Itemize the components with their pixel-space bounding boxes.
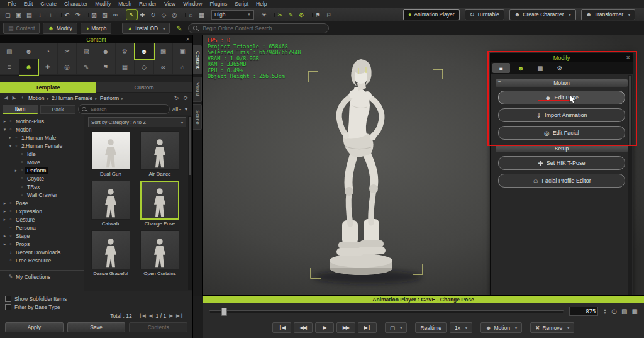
- frame-stepper[interactable]: ▲▼: [603, 308, 606, 314]
- nav-up-icon[interactable]: ↑: [19, 95, 26, 101]
- tree-expand-icon[interactable]: ▸: [2, 209, 8, 214]
- copy-icon[interactable]: ▨: [89, 10, 99, 20]
- grid-toggle-icon[interactable]: ▦: [196, 10, 207, 20]
- edit-facial-button[interactable]: ◎ Edit Facial: [498, 126, 625, 140]
- sort-dropdown[interactable]: Sort by Category : A to Z ▾: [88, 117, 186, 127]
- cat-gadget-icon[interactable]: ⚙: [116, 43, 135, 59]
- edit-pose-button[interactable]: ☻ Edit Pose: [498, 91, 625, 104]
- refresh-icon[interactable]: ↻: [172, 95, 180, 101]
- library-search-box[interactable]: [78, 104, 170, 114]
- layers-icon[interactable]: ▦: [632, 308, 638, 315]
- cat-texture-icon[interactable]: ▦: [116, 59, 135, 75]
- modify-tab-advanced[interactable]: ⚙: [551, 63, 569, 73]
- content-thumbnail[interactable]: Dual Gun: [88, 131, 133, 177]
- tab-item[interactable]: Item: [3, 105, 38, 114]
- collapse-icon[interactable]: −: [498, 79, 501, 84]
- filter-base-checkbox[interactable]: [5, 304, 11, 310]
- tree-item[interactable]: ▫ Wall Crawler: [0, 191, 84, 199]
- cat-face-icon[interactable]: ◎: [58, 59, 77, 75]
- tree-item[interactable]: ▸ ▫ 1.Human Male: [0, 133, 84, 142]
- cat-hair-icon[interactable]: ✂: [58, 43, 77, 59]
- tree-item[interactable]: ▸ ▫ Perform: [0, 166, 84, 174]
- realtime-button[interactable]: Realtime: [415, 322, 447, 333]
- filter-funnel-icon[interactable]: ▼: [184, 106, 189, 112]
- tree-expand-icon[interactable]: ▸: [13, 168, 19, 173]
- save-button[interactable]: Save: [67, 322, 126, 332]
- flag-outline-icon[interactable]: ⚐: [323, 10, 334, 20]
- cat-scene-icon[interactable]: ▣: [173, 43, 192, 59]
- menu-item[interactable]: Mesh: [114, 0, 135, 8]
- tree-item[interactable]: ▫ Move: [0, 158, 84, 166]
- tree-item[interactable]: ▸ ▫ Motion-Plus: [0, 117, 84, 125]
- cat-hand-icon[interactable]: ✎: [77, 59, 96, 75]
- online-search-box[interactable]: [188, 23, 329, 33]
- track-list-icon[interactable]: ▤: [621, 308, 627, 315]
- tree-item[interactable]: ▸ ▫ Props: [0, 240, 84, 248]
- thumbnail-scrollbar[interactable]: [188, 116, 192, 290]
- remove-dropdown[interactable]: ✖ Remove: [530, 322, 574, 333]
- select-tool-icon[interactable]: ↖: [126, 10, 137, 20]
- close-icon[interactable]: ✕: [626, 54, 630, 62]
- cat-avatar-icon[interactable]: ☻: [19, 43, 39, 59]
- create-character-button[interactable]: ☻ Create Character: [509, 9, 576, 20]
- rotate-tool-icon[interactable]: ↻: [148, 10, 158, 20]
- breadcrumb-item[interactable]: Perform: [99, 95, 125, 101]
- tree-item[interactable]: ▫ Coyote: [0, 174, 84, 183]
- paste-icon[interactable]: ▧: [99, 10, 110, 20]
- paint-brush-icon[interactable]: ✎: [176, 25, 182, 33]
- tree-item[interactable]: ▫ Free Resource: [0, 256, 84, 264]
- speed-dropdown[interactable]: 1x: [450, 322, 472, 333]
- redo-icon[interactable]: ↷: [72, 10, 83, 20]
- cat-motion-icon[interactable]: ☻: [19, 59, 39, 75]
- cat-head-icon[interactable]: ◔: [38, 43, 58, 59]
- cat-actor-icon[interactable]: ☻: [135, 43, 154, 59]
- tab-template[interactable]: Template: [0, 82, 96, 93]
- motion-dropdown[interactable]: ☻ Motion: [480, 322, 522, 333]
- tree-item[interactable]: ▾ ▫ Motion: [0, 125, 84, 133]
- dock-tab[interactable]: Visual: [193, 77, 202, 102]
- nav-back-icon[interactable]: ◀: [3, 95, 9, 101]
- edit-mesh-icon[interactable]: ✂: [275, 10, 286, 20]
- cat-effect-icon[interactable]: ⚑: [96, 59, 116, 75]
- breadcrumb-item[interactable]: Motion: [27, 95, 50, 101]
- menu-item[interactable]: Script: [231, 0, 252, 8]
- menu-item[interactable]: Edit: [20, 0, 37, 8]
- breadcrumb-item[interactable]: 2.Human Female: [50, 95, 99, 101]
- mode-morph-button[interactable]: ◑ Morph: [80, 23, 112, 34]
- tree-item[interactable]: ▸ ▫ Gesture: [0, 215, 84, 223]
- motion-section-header[interactable]: − Motion: [496, 79, 628, 87]
- tree-item[interactable]: ▫ Persona: [0, 223, 84, 232]
- close-icon[interactable]: ✕: [186, 35, 190, 43]
- undo-icon[interactable]: ↶: [62, 10, 72, 20]
- tab-pack[interactable]: Pack: [40, 105, 75, 114]
- next-frame-button[interactable]: ▶▶: [336, 322, 355, 333]
- export-icon[interactable]: ↑: [45, 10, 56, 20]
- modify-tab-general[interactable]: ≡: [492, 63, 510, 73]
- play-button[interactable]: ▶: [315, 322, 334, 333]
- previous-frame-button[interactable]: ◀◀: [294, 322, 313, 333]
- import-icon[interactable]: ↓: [35, 10, 45, 20]
- tree-expand-icon[interactable]: ▸: [2, 217, 8, 222]
- set-hik-tpose-button[interactable]: ✚ Set HIK T-Pose: [498, 156, 625, 170]
- tree-expand-icon[interactable]: ▸: [8, 135, 13, 140]
- mode-modify-button[interactable]: ☻ Modify: [43, 23, 77, 34]
- cat-prop-icon[interactable]: ▩: [154, 43, 174, 59]
- tree-expand-icon[interactable]: ▸: [2, 119, 8, 124]
- menu-item[interactable]: Create: [36, 0, 60, 8]
- flag-icon[interactable]: ⚑: [313, 10, 323, 20]
- menu-item[interactable]: Modify: [91, 0, 114, 8]
- tree-item[interactable]: ▸ ▫ Pose: [0, 199, 84, 207]
- first-page-button[interactable]: ❙◀: [138, 313, 146, 318]
- modify-scrollbar[interactable]: [628, 75, 632, 295]
- home-view-icon[interactable]: ⌂: [186, 10, 196, 20]
- step-down-icon[interactable]: ▼: [603, 312, 606, 314]
- tree-item[interactable]: ▸ ▫ Expression: [0, 207, 84, 215]
- pivot-tool-icon[interactable]: ◎: [169, 10, 180, 20]
- dock-tab[interactable]: Scene: [193, 104, 202, 130]
- cat-accessory-icon[interactable]: ◆: [96, 43, 116, 59]
- tree-expand-icon[interactable]: ▸: [2, 242, 8, 247]
- library-search-input[interactable]: [89, 106, 166, 113]
- instalod-button[interactable]: ▲ InstaLOD: [122, 23, 170, 34]
- content-thumbnail[interactable]: Open Curtains: [137, 230, 182, 276]
- save-project-icon[interactable]: ▤: [24, 10, 35, 20]
